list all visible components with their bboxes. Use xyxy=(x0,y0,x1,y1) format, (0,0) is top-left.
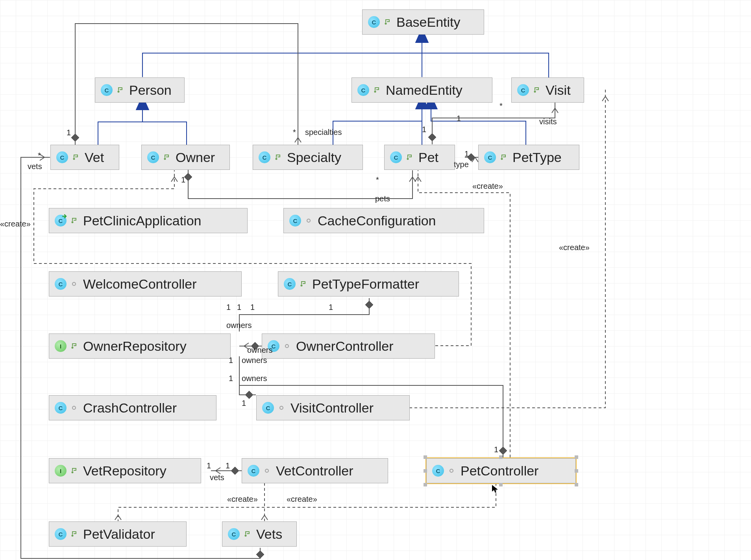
visibility-public-icon xyxy=(533,87,540,94)
multiplicity-label: 1 xyxy=(181,175,185,184)
class-vet[interactable]: CVet xyxy=(50,145,119,170)
class-icon: C xyxy=(259,151,270,163)
role-label: vets xyxy=(210,473,224,482)
visibility-package-icon xyxy=(70,404,78,411)
class-cacheconfiguration[interactable]: CCacheConfiguration xyxy=(283,208,484,233)
class-welcomecontroller[interactable]: CWelcomeController xyxy=(49,271,242,297)
class-ownercontroller[interactable]: COwnerController xyxy=(262,333,435,359)
multiplicity-label: * xyxy=(38,151,41,160)
class-namedentity[interactable]: CNamedEntity xyxy=(351,77,492,103)
multiplicity-label: * xyxy=(293,128,296,137)
svg-point-14 xyxy=(285,344,289,348)
class-petvalidator[interactable]: CPetValidator xyxy=(49,521,187,547)
class-visit[interactable]: CVisit xyxy=(511,77,584,103)
class-label: CacheConfiguration xyxy=(318,213,436,228)
class-specialty[interactable]: CSpecialty xyxy=(253,145,363,170)
multiplicity-label: 1 xyxy=(457,114,461,123)
role-label: pets xyxy=(375,194,390,203)
visibility-public-icon xyxy=(244,531,251,538)
class-owner[interactable]: COwner xyxy=(141,145,230,170)
class-icon: C xyxy=(262,402,274,414)
selection-handle[interactable] xyxy=(575,469,578,473)
selection-handle[interactable] xyxy=(575,455,578,459)
multiplicity-label: 1 xyxy=(422,125,426,134)
class-label: Pet xyxy=(418,150,438,165)
selection-handle[interactable] xyxy=(424,469,427,473)
class-label: Person xyxy=(129,83,172,98)
interface-vetrepository[interactable]: IVetRepository xyxy=(49,458,201,483)
multiplicity-label: 1 xyxy=(229,374,233,383)
class-label: Vets xyxy=(256,527,282,542)
svg-point-0 xyxy=(385,23,387,25)
visibility-public-icon xyxy=(384,18,391,26)
role-label: visits xyxy=(539,117,557,126)
class-label: VisitController xyxy=(290,400,374,416)
interface-ownerrepository[interactable]: IOwnerRepository xyxy=(49,333,231,359)
class-vets[interactable]: CVets xyxy=(222,521,297,547)
class-icon: C xyxy=(101,84,113,96)
svg-point-17 xyxy=(72,472,74,473)
multiplicity-label: 1 xyxy=(67,128,71,137)
class-icon: C xyxy=(55,278,67,290)
role-label: owners xyxy=(247,346,272,355)
multiplicity-label: 1 xyxy=(226,461,230,470)
visibility-public-icon xyxy=(300,280,307,287)
class-icon: C xyxy=(368,16,380,28)
class-icon: C xyxy=(228,528,240,540)
class-icon: C xyxy=(517,84,529,96)
stereotype-label: «create» xyxy=(559,243,590,252)
mouse-cursor-icon xyxy=(492,484,499,493)
class-pettype[interactable]: CPetType xyxy=(478,145,579,170)
app-icon: C xyxy=(55,215,67,227)
multiplicity-label: 1 xyxy=(250,303,255,312)
class-petcontroller[interactable]: CPetController xyxy=(426,458,576,483)
interface-icon: I xyxy=(55,465,67,477)
class-baseentity[interactable]: CBaseEntity xyxy=(362,9,484,35)
svg-point-21 xyxy=(245,535,247,537)
stereotype-label: «create» xyxy=(227,495,258,504)
class-pettypeformatter[interactable]: CPetTypeFormatter xyxy=(278,271,459,297)
visibility-public-icon xyxy=(117,87,124,94)
class-label: Vet xyxy=(85,150,104,165)
visibility-package-icon xyxy=(278,404,285,411)
selection-handle[interactable] xyxy=(424,483,427,486)
class-person[interactable]: CPerson xyxy=(95,77,185,103)
role-label: type xyxy=(454,160,469,169)
svg-point-19 xyxy=(450,469,453,472)
svg-point-11 xyxy=(72,282,76,286)
svg-point-4 xyxy=(73,158,75,160)
class-label: PetType xyxy=(512,150,562,165)
class-label: NamedEntity xyxy=(386,83,462,98)
visibility-package-icon xyxy=(283,343,290,350)
class-vetcontroller[interactable]: CVetController xyxy=(242,458,388,483)
class-visitcontroller[interactable]: CVisitController xyxy=(256,395,410,420)
class-crashcontroller[interactable]: CCrashController xyxy=(49,395,216,420)
class-label: VetRepository xyxy=(83,463,166,479)
selection-handle[interactable] xyxy=(575,483,578,486)
svg-point-9 xyxy=(72,221,74,223)
svg-point-18 xyxy=(265,469,268,472)
class-petclinicapplication[interactable]: CPetClinicApplication xyxy=(49,208,248,233)
interface-icon: I xyxy=(55,340,67,352)
visibility-public-icon xyxy=(70,531,78,538)
class-icon: C xyxy=(56,151,68,163)
class-icon: C xyxy=(284,278,296,290)
svg-point-2 xyxy=(374,91,376,93)
class-label: PetController xyxy=(461,463,538,479)
visibility-package-icon xyxy=(70,280,78,287)
class-pet[interactable]: CPet xyxy=(384,145,455,170)
selection-handle[interactable] xyxy=(424,455,427,459)
class-icon: C xyxy=(248,465,259,477)
svg-point-15 xyxy=(72,406,76,409)
class-label: BaseEntity xyxy=(396,15,461,30)
multiplicity-label: * xyxy=(376,175,379,184)
stereotype-label: «create» xyxy=(287,495,317,504)
multiplicity-label: 1 xyxy=(226,303,231,312)
visibility-package-icon xyxy=(305,217,312,224)
class-label: CrashController xyxy=(83,400,177,416)
selection-handle[interactable] xyxy=(499,455,503,459)
visibility-public-icon xyxy=(72,154,79,161)
class-icon: C xyxy=(289,215,301,227)
selection-handle[interactable] xyxy=(499,483,503,486)
class-label: Owner xyxy=(176,150,215,165)
